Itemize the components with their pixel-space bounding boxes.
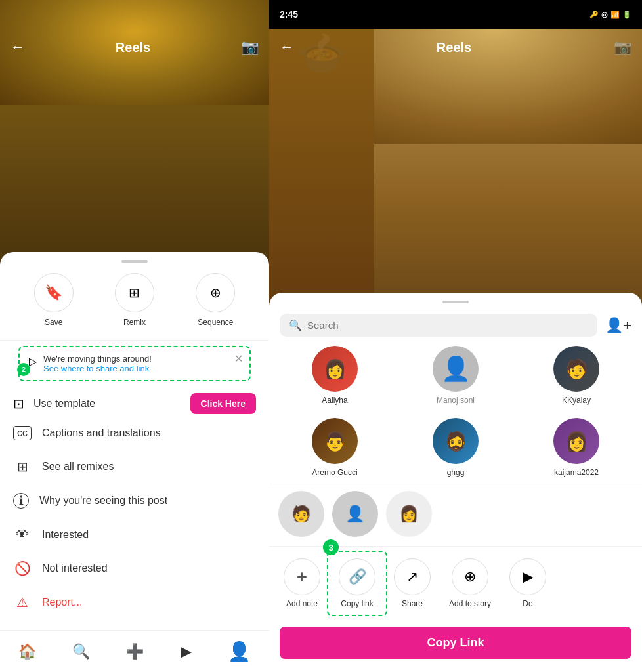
avatar-kkyalay: 🧑 — [553, 346, 599, 392]
action-add-story[interactable]: ⊕ Add to story — [440, 553, 500, 614]
click-here-button-left[interactable]: Click Here — [190, 393, 256, 414]
remix-label: Remix — [123, 318, 146, 327]
add-person-icon[interactable]: 👤+ — [605, 317, 631, 334]
contact-manoj[interactable]: 👤 Manoj soni — [395, 339, 516, 411]
avatar-aremo: 👨 — [312, 418, 358, 464]
template-icon: ⊡ — [13, 396, 24, 411]
action-add-note[interactable]: + Add note — [274, 553, 330, 614]
sequence-label: Sequence — [198, 318, 233, 327]
back-icon-right[interactable]: ← — [280, 39, 294, 56]
contact-kaijama[interactable]: 👩 kaijama2022 — [516, 411, 637, 484]
action-more[interactable]: ▶ Do — [500, 553, 555, 614]
search-input[interactable] — [307, 320, 588, 331]
contact-name-ghgg: ghgg — [447, 468, 465, 477]
add-story-label: Add to story — [449, 599, 491, 608]
action-share[interactable]: ↗ Share — [385, 553, 440, 614]
reels-header-left: ← Reels 📷 — [0, 29, 269, 66]
use-template-row: ⊡ Use template Click Here — [0, 387, 269, 417]
status-bar-right: 2:45 🔑 ◎ 📶 🔋 — [269, 0, 642, 29]
reels-header-right: ← Reels 📷 — [269, 29, 642, 66]
action-copy-link[interactable]: 🔗 Copy link — [330, 553, 385, 614]
time-right: 2:45 — [280, 9, 298, 20]
nav-home[interactable]: 🏠 — [18, 643, 36, 660]
menu-list: cc Captions and translations ⊞ See all r… — [0, 417, 269, 659]
remix-icon-circle: ⊞ — [115, 273, 154, 312]
use-template-item[interactable]: ⊡ Use template — [13, 396, 95, 411]
why-label: Why you're seeing this post — [39, 495, 167, 507]
share-sheet: 🔍 👤+ 👩 Aailyha 👤 Manoj soni 🧑 KKyalay 👨 … — [269, 293, 642, 672]
contact-name-manoj: Manoj soni — [437, 396, 475, 405]
nav-search[interactable]: 🔍 — [72, 643, 90, 660]
contact-name-aailyha: Aailyha — [322, 396, 347, 405]
use-template-label: Use template — [33, 398, 95, 410]
contact-partial-1[interactable]: 🧑 — [274, 484, 328, 543]
reels-title-left: Reels — [116, 40, 150, 55]
share-actions-row: + Add note 🔗 Copy link ↗ Share ⊕ Add to … — [269, 546, 642, 620]
notification-banner: ▷ We're moving things around! See where … — [18, 346, 251, 381]
left-panel: 2:45 🔑 ◎ 📶 🔋 ← Reels 📷 🔖 Save ⊞ Remix — [0, 0, 269, 672]
contact-name-kkyalay: KKyalay — [562, 396, 591, 405]
copy-link-button[interactable]: Copy Link — [280, 627, 631, 659]
remix-option[interactable]: ⊞ Remix — [115, 273, 154, 327]
back-icon-left[interactable]: ← — [11, 39, 25, 56]
share-action-icon: ↗ — [394, 558, 431, 595]
sequence-option[interactable]: ⊕ Sequence — [196, 273, 235, 327]
search-icon: 🔍 — [289, 319, 302, 331]
badge-3-area: 3 — [323, 539, 339, 555]
more-action-label: Do — [523, 599, 532, 608]
menu-item-why[interactable]: ℹ Why you're seeing this post — [0, 484, 269, 518]
contact-ghgg[interactable]: 🧔 ghgg — [395, 411, 516, 484]
close-icon[interactable]: ✕ — [234, 352, 243, 365]
menu-item-report[interactable]: ⚠ Report... — [0, 585, 269, 620]
save-icon-circle: 🔖 — [34, 273, 74, 312]
notification-text: We're moving things around! — [43, 354, 152, 364]
add-note-label: Add note — [286, 599, 318, 608]
share-sheet-handle — [442, 301, 469, 303]
captions-label: Captions and translations — [42, 427, 161, 439]
avatar-aailyha: 👩 — [312, 346, 358, 392]
contact-kkyalay[interactable]: 🧑 KKyalay — [516, 339, 637, 411]
notification-badge: 2 — [17, 363, 30, 376]
nav-add[interactable]: ➕ — [126, 643, 144, 660]
camera-icon-left[interactable]: 📷 — [241, 39, 259, 56]
contact-name-kaijama: kaijama2022 — [554, 468, 599, 477]
nav-bar-left: 🏠 🔍 ➕ ▶ 👤 — [0, 630, 269, 672]
contact-partial-2[interactable]: 👤 — [328, 484, 382, 543]
avatar-partial-1: 🧑 — [278, 491, 324, 537]
menu-item-not-interested[interactable]: 🚫 Not interested — [0, 551, 269, 585]
bottom-sheet-left: 🔖 Save ⊞ Remix ⊕ Sequence ▷ We're moving… — [0, 252, 269, 672]
not-interested-label: Not interested — [42, 562, 108, 574]
interested-icon: 👁 — [13, 527, 32, 542]
camera-icon-right[interactable]: 📷 — [614, 39, 631, 56]
sheet-icons-row: 🔖 Save ⊞ Remix ⊕ Sequence — [0, 273, 269, 341]
nav-profile[interactable]: 👤 — [228, 640, 251, 662]
copy-link-dashed-box — [327, 551, 387, 616]
notification-icon: ▷ — [29, 355, 37, 368]
avatar-ghgg: 🧔 — [433, 418, 479, 464]
add-note-icon: + — [284, 558, 320, 595]
save-label: Save — [45, 318, 62, 327]
status-icons-right: 🔑 ◎ 📶 🔋 — [589, 10, 631, 19]
share-search-bar[interactable]: 🔍 — [280, 314, 597, 337]
share-action-label: Share — [402, 599, 423, 608]
sequence-icon-circle: ⊕ — [196, 273, 235, 312]
contact-aremo[interactable]: 👨 Aremo Gucci — [274, 411, 395, 484]
captions-icon: cc — [13, 426, 32, 440]
menu-item-interested[interactable]: 👁 Interested — [0, 518, 269, 551]
nav-reels[interactable]: ▶ — [181, 643, 192, 660]
contacts-grid: 👩 Aailyha 👤 Manoj soni 🧑 KKyalay 👨 Aremo… — [269, 339, 642, 484]
menu-item-captions[interactable]: cc Captions and translations — [0, 417, 269, 450]
contact-aailyha[interactable]: 👩 Aailyha — [274, 339, 395, 411]
save-option[interactable]: 🔖 Save — [34, 273, 74, 327]
notification-link[interactable]: See where to share and link — [43, 364, 152, 373]
not-interested-icon: 🚫 — [13, 560, 32, 576]
menu-item-remixes[interactable]: ⊞ See all remixes — [0, 450, 269, 484]
avatar-partial-2: 👤 — [332, 491, 378, 537]
report-label: Report... — [42, 597, 82, 608]
share-actions-container: + Add note 🔗 Copy link ↗ Share ⊕ Add to … — [269, 546, 642, 620]
contact-partial-3[interactable]: 👩 — [382, 484, 436, 543]
more-action-icon: ▶ — [509, 558, 546, 595]
sheet-handle — [121, 260, 148, 262]
avatar-partial-3: 👩 — [386, 491, 432, 537]
add-story-icon: ⊕ — [452, 558, 488, 595]
